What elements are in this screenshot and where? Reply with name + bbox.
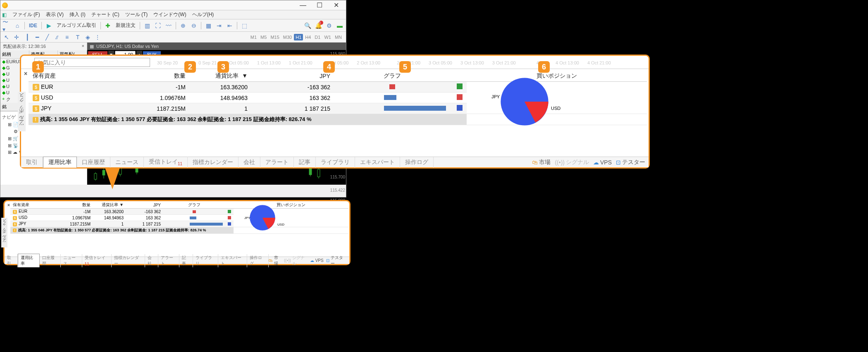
ide-button[interactable]: IDE [27,23,39,29]
table-row[interactable]: $EUR -1M163.36200-163 362 JPY USD [29,82,647,93]
favorites-input[interactable] [34,58,150,67]
tab-journal[interactable]: 操作ログ [400,157,434,168]
annotation-badge-5: 5 [399,61,411,73]
tab-experts[interactable]: エキスパート [218,254,248,267]
tab-calendar[interactable]: 指標カレンダー [188,157,238,168]
new-order-icon[interactable]: ✚ [103,21,112,30]
chart-list-icon[interactable]: ▥ [143,21,152,30]
text-icon[interactable]: T [73,33,82,42]
toolbar-1: 〜▾ ⌂ IDE ▶ アルゴリズム取引 ✚ 新規注文 ▥ ⛶ 〰 ⊕ ⊖ ▦ ⇥… [0,19,346,32]
col-asset[interactable]: 保有資産 [29,71,136,82]
tf-w1[interactable]: W1 [322,34,333,40]
label-icon[interactable]: ◈ [83,33,92,42]
tab-experts[interactable]: エキスパート [355,157,400,168]
tf-m15[interactable]: M15 [269,34,281,40]
tab-company[interactable]: 会社 [145,254,158,267]
vline-icon[interactable]: ┃ [23,33,32,42]
tab-calendar[interactable]: 指標カレンダー [112,254,145,267]
fibo-icon[interactable]: ≡ [62,33,72,42]
menu-insert[interactable]: 挿入 (I) [69,11,86,18]
tab-news[interactable]: ニュース [110,157,144,168]
tab-exposure[interactable]: 運用比率 [43,157,77,168]
app-icon[interactable]: ⌂ [13,21,22,30]
market-link[interactable]: 🛍市場 [532,159,551,166]
minimize-button[interactable]: — [295,1,311,10]
close-button[interactable]: ✕ [328,1,344,10]
crosshair-icon[interactable]: ✛ [12,33,21,42]
currency-icon: $ [33,105,39,112]
cursor-icon[interactable]: ↖ [2,33,11,42]
tab-trade[interactable]: 取引 [21,157,43,168]
tab-journal[interactable]: 操作ログ [247,254,268,267]
menu-window[interactable]: ウインドウ(W) [153,11,186,18]
svg-rect-1 [94,174,97,179]
tf-m30[interactable]: M30 [281,34,293,40]
tab-news[interactable]: ニュース [61,254,82,267]
col-graph[interactable]: グラフ [334,71,450,82]
tf-mn[interactable]: MN [333,34,343,40]
mw-close-icon[interactable]: × [82,43,84,50]
tab-mailbox[interactable]: 受信トレイ11 [144,157,188,168]
col-jpy[interactable]: JPY [252,71,334,82]
summary-row: !残高: 1 355 046 JPY 有効証拠金: 1 350 577 必要証拠… [29,114,647,125]
zoomin-icon[interactable]: ⊕ [179,21,188,30]
col-square [450,71,467,82]
channel-icon[interactable]: ⫽ [52,33,62,42]
tf-h4[interactable]: H4 [303,34,312,40]
tester-link[interactable]: ⊡テスター [616,159,645,166]
menu-tools[interactable]: ツール (T) [125,11,148,18]
menu-chart[interactable]: チャート (C) [91,11,119,18]
more-icon[interactable]: ⋮ [93,33,102,42]
maximize-button[interactable]: ☐ [311,1,328,10]
hline-icon[interactable]: ━ [33,33,42,42]
market-link[interactable]: 🛍市場 [269,255,281,266]
tab-library[interactable]: ライブラリ [193,254,218,267]
menubar: ◧ ファイル (F) 表示 (V) 挿入 (I) チャート (C) ツール (T… [0,10,346,19]
chart-line-icon[interactable]: 〜▾ [2,21,11,30]
tf-m1[interactable]: M1 [249,34,258,40]
grid-icon[interactable]: ▦ [204,21,213,30]
signals-link[interactable]: ((•))シグナル [284,255,308,266]
menu-view[interactable]: 表示 (V) [46,11,64,18]
shift-icon[interactable]: ⇤ [225,21,234,30]
tester-link[interactable]: ⊡テスター [326,255,346,266]
algo-button[interactable]: アルゴリズム取引 [55,22,98,29]
settings-icon[interactable]: ⚙ [324,21,334,30]
autoscroll-icon[interactable]: ⇥ [215,21,224,30]
tab-articles[interactable]: 記事 [179,254,193,267]
menu-file[interactable]: ファイル (F) [12,11,40,18]
col-qty[interactable]: 数量 [136,71,190,82]
zoomout-icon[interactable]: ⊖ [189,21,198,30]
mw-title: 気配値表示: 12:38:16 [3,43,46,50]
new-order-button[interactable]: 新規注文 [114,22,137,29]
chart-stock-icon[interactable]: ⛶ [153,21,162,30]
bell-icon[interactable]: 🔔1 [314,21,323,30]
tf-m5[interactable]: M5 [259,34,268,40]
tf-h1[interactable]: H1 [294,34,303,40]
pie-label-usd: USD [551,106,560,111]
trend-icon[interactable]: ╱ [43,33,52,42]
vps-link[interactable]: ☁VPS [310,258,324,263]
tab-articles[interactable]: 記事 [294,157,316,168]
tab-exposure[interactable]: 運用比率 [18,254,39,267]
tab-company[interactable]: 会社 [238,157,260,168]
search-icon[interactable]: 🔍 [303,21,312,30]
tab-alerts[interactable]: アラート [260,157,294,168]
table-row[interactable]: $EUR-1M163.36200-163 362 JPY USD [10,209,348,215]
panel-close-icon[interactable]: × [23,71,29,76]
signals-link[interactable]: ((•))シグナル [555,159,589,166]
menu-help[interactable]: ヘルプ(H) [192,11,214,18]
select-rect-icon[interactable]: ⬚ [240,21,249,30]
annotation-badge-2: 2 [184,61,196,73]
warning-icon: ! [33,117,38,123]
tab-history[interactable]: 口座履歴 [77,157,110,168]
tf-d1[interactable]: D1 [313,34,322,40]
tab-history[interactable]: 口座履歴 [40,254,61,267]
tab-mailbox[interactable]: 受信トレイ11 [82,254,112,267]
tab-library[interactable]: ライブラリ [316,157,355,168]
algo-icon[interactable]: ▶ [44,21,53,30]
vps-link[interactable]: ☁VPS [593,159,612,166]
tab-trade[interactable]: 取引 [5,254,18,267]
tab-alerts[interactable]: アラート [158,254,179,267]
chart-area-icon[interactable]: 〰 [164,21,173,30]
